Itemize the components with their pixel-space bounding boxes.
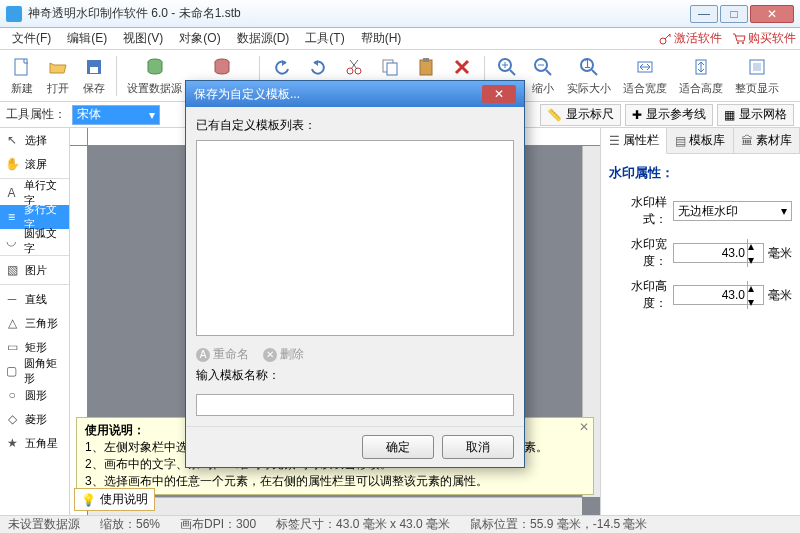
menubar: 文件(F) 编辑(E) 视图(V) 对象(O) 数据源(D) 工具(T) 帮助(…	[0, 28, 800, 50]
minimize-button[interactable]: —	[690, 5, 718, 23]
panel-tabs: ☰属性栏 ▤模板库 🏛素材库	[601, 128, 800, 154]
tool-三角形[interactable]: △三角形	[0, 311, 69, 335]
tool-圆角矩形[interactable]: ▢圆角矩形	[0, 359, 69, 383]
width-input[interactable]: 43.0▴▾	[673, 243, 764, 263]
tool-五角星[interactable]: ★五角星	[0, 431, 69, 455]
help-close-button[interactable]: ✕	[579, 420, 589, 434]
tool-label: 菱形	[25, 412, 47, 427]
tool-label: 直线	[25, 292, 47, 307]
height-spinner[interactable]: ▴▾	[747, 281, 761, 309]
open-icon	[48, 57, 68, 77]
show-guides-button[interactable]: ✚显示参考线	[625, 104, 713, 126]
buy-link[interactable]: 购买软件	[732, 30, 796, 47]
save-icon	[84, 57, 104, 77]
fit-width-icon	[635, 57, 655, 77]
tool-label: 选择	[25, 133, 47, 148]
menu-object[interactable]: 对象(O)	[171, 28, 228, 49]
activate-link[interactable]: 激活软件	[658, 30, 722, 47]
ok-button[interactable]: 确定	[362, 435, 434, 459]
height-unit: 毫米	[768, 287, 792, 304]
tool-icon: ○	[4, 388, 20, 402]
window-title: 神奇透明水印制作软件 6.0 - 未命名1.stb	[28, 5, 688, 22]
undo-icon	[272, 57, 292, 77]
svg-rect-5	[90, 67, 98, 73]
tab-assets[interactable]: 🏛素材库	[734, 128, 800, 153]
cancel-button[interactable]: 取消	[442, 435, 514, 459]
menu-file[interactable]: 文件(F)	[4, 28, 59, 49]
maximize-button[interactable]: □	[720, 5, 748, 23]
assets-icon: 🏛	[741, 134, 753, 148]
horizontal-scrollbar[interactable]	[88, 497, 582, 515]
svg-rect-12	[420, 60, 432, 75]
guides-icon: ✚	[632, 108, 642, 122]
tool-property-label: 工具属性：	[6, 106, 66, 123]
rename-button[interactable]: A重命名	[196, 346, 249, 363]
cut-icon	[344, 57, 364, 77]
chevron-down-icon: ▾	[149, 108, 155, 122]
menu-datasource[interactable]: 数据源(D)	[229, 28, 298, 49]
open-button[interactable]: 打开	[40, 52, 76, 100]
svg-rect-3	[15, 59, 27, 75]
height-label: 水印高度：	[609, 278, 667, 312]
tool-菱形[interactable]: ◇菱形	[0, 407, 69, 431]
fit-height-button[interactable]: 适合高度	[673, 52, 729, 100]
dialog-title: 保存为自定义模板...	[194, 86, 482, 103]
svg-point-1	[737, 42, 739, 44]
titlebar: 神奇透明水印制作软件 6.0 - 未命名1.stb — □ ✕	[0, 0, 800, 28]
panel-body: 水印属性： 水印样式： 无边框水印▾ 水印宽度： 43.0▴▾ 毫米 水印高度：…	[601, 154, 800, 330]
tool-滚屏[interactable]: ✋滚屏	[0, 152, 69, 176]
zoom-out-button[interactable]: 缩小	[525, 52, 561, 100]
save-button[interactable]: 保存	[76, 52, 112, 100]
paste-icon	[416, 57, 436, 77]
style-combo[interactable]: 无边框水印▾	[673, 201, 792, 221]
tool-图片[interactable]: ▧图片	[0, 258, 69, 282]
db-remove-icon	[212, 57, 232, 77]
set-datasource-button[interactable]: 设置数据源	[121, 52, 188, 100]
tool-icon: ◇	[4, 412, 20, 426]
delete-template-button[interactable]: ✕删除	[263, 346, 304, 363]
chevron-down-icon: ▾	[781, 204, 787, 218]
fit-width-button[interactable]: 适合宽度	[617, 52, 673, 100]
redo-icon	[308, 57, 328, 77]
tool-icon: ─	[4, 292, 20, 306]
template-listbox[interactable]	[196, 140, 514, 336]
tab-templates[interactable]: ▤模板库	[667, 128, 733, 153]
delete-icon: ✕	[263, 348, 277, 362]
tab-properties[interactable]: ☰属性栏	[601, 128, 667, 154]
font-combo[interactable]: 宋体▾	[72, 105, 160, 125]
dialog-titlebar[interactable]: 保存为自定义模板... ✕	[186, 81, 524, 107]
zoom-actual-button[interactable]: 1实际大小	[561, 52, 617, 100]
height-input[interactable]: 43.0▴▾	[673, 285, 764, 305]
menu-view[interactable]: 视图(V)	[115, 28, 171, 49]
width-label: 水印宽度：	[609, 236, 667, 270]
tool-label: 圆角矩形	[24, 356, 65, 386]
grid-icon: ▦	[724, 108, 735, 122]
tool-label: 圆形	[25, 388, 47, 403]
zoom-actual-icon: 1	[579, 57, 599, 77]
tool-圆形[interactable]: ○圆形	[0, 383, 69, 407]
menu-help[interactable]: 帮助(H)	[353, 28, 410, 49]
close-button[interactable]: ✕	[750, 5, 794, 23]
help-tag[interactable]: 💡使用说明	[74, 488, 155, 511]
menu-edit[interactable]: 编辑(E)	[59, 28, 115, 49]
width-spinner[interactable]: ▴▾	[747, 239, 761, 267]
rename-icon: A	[196, 348, 210, 362]
menu-tools[interactable]: 工具(T)	[297, 28, 352, 49]
tool-label: 三角形	[25, 316, 58, 331]
show-grid-button[interactable]: ▦显示网格	[717, 104, 794, 126]
new-button[interactable]: 新建	[4, 52, 40, 100]
tool-icon: ▭	[4, 340, 20, 354]
status-dpi: 画布DPI：300	[180, 516, 256, 533]
tool-圆弧文字[interactable]: ◡圆弧文字	[0, 229, 69, 253]
tool-选择[interactable]: ↖选择	[0, 128, 69, 152]
show-ruler-button[interactable]: 📏显示标尺	[540, 104, 621, 126]
tool-icon: ≡	[4, 210, 19, 224]
tool-直线[interactable]: ─直线	[0, 287, 69, 311]
ruler-corner	[70, 128, 88, 146]
tool-icon: ▧	[4, 263, 20, 277]
copy-icon	[380, 57, 400, 77]
fit-page-button[interactable]: 整页显示	[729, 52, 785, 100]
dialog-close-button[interactable]: ✕	[482, 85, 516, 103]
template-name-input[interactable]	[196, 394, 514, 416]
tool-icon: ◡	[4, 234, 19, 248]
